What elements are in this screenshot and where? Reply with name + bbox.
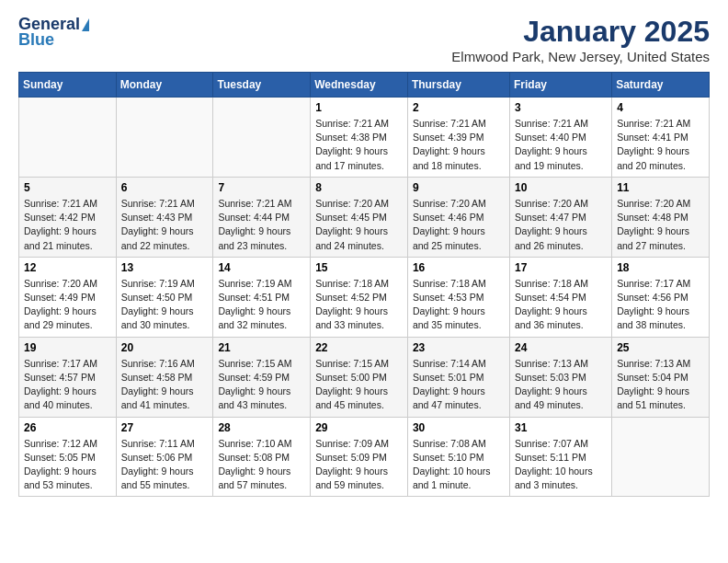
calendar-cell: 4Sunrise: 7:21 AM Sunset: 4:41 PM Daylig… <box>612 98 710 178</box>
location-title: Elmwood Park, New Jersey, United States <box>451 49 710 64</box>
logo: General Blue <box>18 15 89 50</box>
logo-blue: Blue <box>18 30 54 50</box>
calendar-cell <box>19 98 117 178</box>
day-number: 13 <box>121 261 209 274</box>
day-info: Sunrise: 7:21 AM Sunset: 4:39 PM Dayligh… <box>413 117 505 173</box>
calendar-cell: 1Sunrise: 7:21 AM Sunset: 4:38 PM Daylig… <box>311 98 408 178</box>
day-number: 26 <box>24 421 111 434</box>
calendar-cell: 22Sunrise: 7:15 AM Sunset: 5:00 PM Dayli… <box>311 337 408 417</box>
day-number: 4 <box>617 101 704 114</box>
day-header-thursday: Thursday <box>407 73 509 98</box>
day-number: 19 <box>24 341 111 354</box>
week-row-1: 1Sunrise: 7:21 AM Sunset: 4:38 PM Daylig… <box>19 98 710 178</box>
day-info: Sunrise: 7:14 AM Sunset: 5:01 PM Dayligh… <box>413 357 505 413</box>
calendar-cell: 21Sunrise: 7:15 AM Sunset: 4:59 PM Dayli… <box>213 337 311 417</box>
calendar-cell: 8Sunrise: 7:20 AM Sunset: 4:45 PM Daylig… <box>311 177 408 257</box>
calendar-cell: 3Sunrise: 7:21 AM Sunset: 4:40 PM Daylig… <box>510 98 612 178</box>
day-number: 8 <box>315 181 403 194</box>
day-info: Sunrise: 7:17 AM Sunset: 4:57 PM Dayligh… <box>24 357 111 413</box>
day-info: Sunrise: 7:10 AM Sunset: 5:08 PM Dayligh… <box>218 437 305 493</box>
day-number: 28 <box>218 421 305 434</box>
day-info: Sunrise: 7:21 AM Sunset: 4:42 PM Dayligh… <box>24 197 111 253</box>
day-info: Sunrise: 7:07 AM Sunset: 5:11 PM Dayligh… <box>515 437 607 493</box>
calendar-cell <box>612 417 710 497</box>
day-number: 9 <box>413 181 505 194</box>
week-row-2: 5Sunrise: 7:21 AM Sunset: 4:42 PM Daylig… <box>19 177 710 257</box>
day-info: Sunrise: 7:13 AM Sunset: 5:04 PM Dayligh… <box>617 357 704 413</box>
calendar-cell <box>213 98 311 178</box>
day-header-saturday: Saturday <box>612 73 710 98</box>
calendar-cell: 11Sunrise: 7:20 AM Sunset: 4:48 PM Dayli… <box>612 177 710 257</box>
logo-triangle-icon <box>82 18 89 31</box>
day-info: Sunrise: 7:20 AM Sunset: 4:48 PM Dayligh… <box>617 197 704 253</box>
day-info: Sunrise: 7:08 AM Sunset: 5:10 PM Dayligh… <box>413 437 505 493</box>
calendar-cell: 31Sunrise: 7:07 AM Sunset: 5:11 PM Dayli… <box>510 417 612 497</box>
calendar-cell: 19Sunrise: 7:17 AM Sunset: 4:57 PM Dayli… <box>19 337 117 417</box>
day-info: Sunrise: 7:12 AM Sunset: 5:05 PM Dayligh… <box>24 437 111 493</box>
day-info: Sunrise: 7:18 AM Sunset: 4:53 PM Dayligh… <box>413 277 505 333</box>
day-number: 31 <box>515 421 607 434</box>
day-number: 15 <box>315 261 403 274</box>
calendar-cell: 30Sunrise: 7:08 AM Sunset: 5:10 PM Dayli… <box>407 417 509 497</box>
day-number: 3 <box>515 101 607 114</box>
day-number: 12 <box>24 261 111 274</box>
day-number: 14 <box>218 261 305 274</box>
calendar-header-row: SundayMondayTuesdayWednesdayThursdayFrid… <box>19 73 710 98</box>
day-number: 22 <box>315 341 403 354</box>
day-number: 27 <box>121 421 209 434</box>
day-header-tuesday: Tuesday <box>213 73 311 98</box>
day-number: 7 <box>218 181 305 194</box>
day-info: Sunrise: 7:09 AM Sunset: 5:09 PM Dayligh… <box>315 437 403 493</box>
day-info: Sunrise: 7:19 AM Sunset: 4:51 PM Dayligh… <box>218 277 305 333</box>
day-info: Sunrise: 7:21 AM Sunset: 4:43 PM Dayligh… <box>121 197 209 253</box>
calendar-cell: 15Sunrise: 7:18 AM Sunset: 4:52 PM Dayli… <box>311 257 408 337</box>
calendar-body: 1Sunrise: 7:21 AM Sunset: 4:38 PM Daylig… <box>19 98 710 497</box>
day-number: 21 <box>218 341 305 354</box>
calendar-cell: 29Sunrise: 7:09 AM Sunset: 5:09 PM Dayli… <box>311 417 408 497</box>
day-number: 20 <box>121 341 209 354</box>
day-number: 23 <box>413 341 505 354</box>
day-info: Sunrise: 7:20 AM Sunset: 4:46 PM Dayligh… <box>413 197 505 253</box>
calendar-cell: 6Sunrise: 7:21 AM Sunset: 4:43 PM Daylig… <box>116 177 213 257</box>
day-info: Sunrise: 7:20 AM Sunset: 4:47 PM Dayligh… <box>515 197 607 253</box>
day-info: Sunrise: 7:21 AM Sunset: 4:41 PM Dayligh… <box>617 117 704 173</box>
week-row-4: 19Sunrise: 7:17 AM Sunset: 4:57 PM Dayli… <box>19 337 710 417</box>
calendar-cell: 27Sunrise: 7:11 AM Sunset: 5:06 PM Dayli… <box>116 417 213 497</box>
day-number: 11 <box>617 181 704 194</box>
day-info: Sunrise: 7:11 AM Sunset: 5:06 PM Dayligh… <box>121 437 209 493</box>
calendar-cell <box>116 98 213 178</box>
calendar-cell: 13Sunrise: 7:19 AM Sunset: 4:50 PM Dayli… <box>116 257 213 337</box>
calendar-cell: 24Sunrise: 7:13 AM Sunset: 5:03 PM Dayli… <box>510 337 612 417</box>
title-area: January 2025 Elmwood Park, New Jersey, U… <box>451 15 710 64</box>
day-number: 30 <box>413 421 505 434</box>
day-header-wednesday: Wednesday <box>311 73 408 98</box>
calendar-cell: 7Sunrise: 7:21 AM Sunset: 4:44 PM Daylig… <box>213 177 311 257</box>
day-header-friday: Friday <box>510 73 612 98</box>
calendar-cell: 12Sunrise: 7:20 AM Sunset: 4:49 PM Dayli… <box>19 257 117 337</box>
day-info: Sunrise: 7:18 AM Sunset: 4:54 PM Dayligh… <box>515 277 607 333</box>
month-title: January 2025 <box>451 15 710 49</box>
day-number: 25 <box>617 341 704 354</box>
day-info: Sunrise: 7:15 AM Sunset: 5:00 PM Dayligh… <box>315 357 403 413</box>
day-info: Sunrise: 7:20 AM Sunset: 4:49 PM Dayligh… <box>24 277 111 333</box>
day-number: 6 <box>121 181 209 194</box>
calendar-cell: 5Sunrise: 7:21 AM Sunset: 4:42 PM Daylig… <box>19 177 117 257</box>
day-info: Sunrise: 7:18 AM Sunset: 4:52 PM Dayligh… <box>315 277 403 333</box>
day-number: 17 <box>515 261 607 274</box>
day-info: Sunrise: 7:16 AM Sunset: 4:58 PM Dayligh… <box>121 357 209 413</box>
calendar-cell: 28Sunrise: 7:10 AM Sunset: 5:08 PM Dayli… <box>213 417 311 497</box>
day-info: Sunrise: 7:20 AM Sunset: 4:45 PM Dayligh… <box>315 197 403 253</box>
day-header-monday: Monday <box>116 73 213 98</box>
day-number: 24 <box>515 341 607 354</box>
day-number: 10 <box>515 181 607 194</box>
day-number: 1 <box>315 101 403 114</box>
week-row-3: 12Sunrise: 7:20 AM Sunset: 4:49 PM Dayli… <box>19 257 710 337</box>
day-info: Sunrise: 7:17 AM Sunset: 4:56 PM Dayligh… <box>617 277 704 333</box>
day-info: Sunrise: 7:21 AM Sunset: 4:44 PM Dayligh… <box>218 197 305 253</box>
day-number: 29 <box>315 421 403 434</box>
calendar-cell: 17Sunrise: 7:18 AM Sunset: 4:54 PM Dayli… <box>510 257 612 337</box>
calendar-cell: 9Sunrise: 7:20 AM Sunset: 4:46 PM Daylig… <box>407 177 509 257</box>
calendar-cell: 20Sunrise: 7:16 AM Sunset: 4:58 PM Dayli… <box>116 337 213 417</box>
day-number: 2 <box>413 101 505 114</box>
header: General Blue January 2025 Elmwood Park, … <box>18 15 710 64</box>
